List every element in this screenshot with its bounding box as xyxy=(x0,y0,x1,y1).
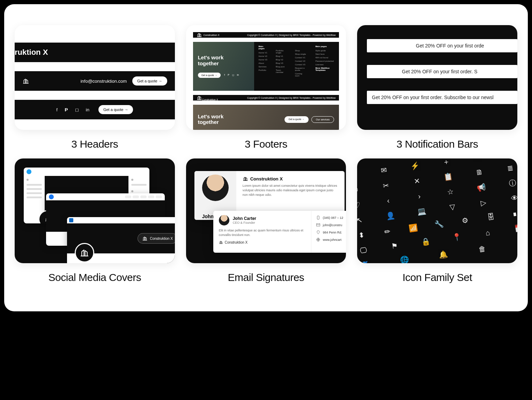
footer-link[interactable]: Blog post xyxy=(276,66,287,68)
linkedin-window: Construktion X xyxy=(67,217,175,263)
footer-link[interactable]: Services xyxy=(258,66,267,68)
card-title: Icon Family Set xyxy=(402,272,472,283)
copyright-text: Copyright © Construktion X | Designed by… xyxy=(247,97,335,99)
logo-icon xyxy=(197,95,202,101)
home-icon: ⌂ xyxy=(483,228,493,237)
footer-link[interactable]: Coming soon xyxy=(295,73,307,77)
clipboard-icon: 📋 xyxy=(444,172,453,182)
footer-link[interactable]: Portfolio single xyxy=(276,50,287,54)
footer-link[interactable]: Home V2 xyxy=(258,55,267,57)
footer-link[interactable]: Licenses xyxy=(315,64,335,66)
lock-icon: 🔒 xyxy=(421,237,430,246)
footer-col-head: Main pages xyxy=(258,45,267,50)
email-text: john@constru xyxy=(323,223,342,227)
footer-link[interactable]: Home V3 xyxy=(258,59,267,61)
logo-icon xyxy=(243,176,248,182)
footers-preview: Construktion X Copyright © Construktion … xyxy=(186,25,346,130)
footer-link[interactable]: Start here xyxy=(315,53,335,55)
footer-link[interactable]: More Webflow Templates xyxy=(315,67,335,71)
footer-link[interactable]: Blog V2 xyxy=(276,59,287,61)
notification-text: Get 20% OFF on your first orde xyxy=(416,43,484,49)
brand-text: Construktion X xyxy=(150,237,173,240)
footer-link[interactable]: Blog V3 xyxy=(276,62,287,64)
header-variant-2: info@construktion.com Get a quote → xyxy=(15,71,175,91)
notification-bar-1: Get 20% OFF on your first orde xyxy=(367,39,517,52)
filter-icon: ▽ xyxy=(448,202,457,212)
footer-link[interactable]: About xyxy=(258,62,267,64)
footer-bar-top: Construktion X Copyright © Construktion … xyxy=(193,32,339,38)
user-icon: 👤 xyxy=(386,211,395,220)
logo-icon xyxy=(219,240,223,244)
warning-icon: ⚠ xyxy=(517,239,517,248)
badge-icon: 🏅 xyxy=(361,261,370,263)
edit-icon: ✎ xyxy=(357,170,357,179)
brand-text: Construktion X xyxy=(250,176,283,182)
feature-social-covers: Construktion X Social Media Covers xyxy=(15,158,175,283)
gear-icon: ⚙ xyxy=(460,216,470,225)
card-title: Social Media Covers xyxy=(49,272,141,283)
linkedin-icon[interactable]: in xyxy=(86,107,89,112)
footer-link[interactable]: Request a quote xyxy=(295,67,307,71)
minus-icon: － xyxy=(473,158,482,162)
footer-link[interactable]: Shop xyxy=(295,50,307,52)
footer-link[interactable]: Team member xyxy=(276,69,287,73)
icon-family-preview: ✎ ✉ ⚡ ＋ － 📷 ⦾ ✂ ✕ 📋 🗎 ≣ ♡ ‹ › ☆ 📢 xyxy=(357,158,517,263)
logo-icon xyxy=(22,77,29,84)
footer-social: fP◻in xyxy=(224,74,239,76)
facebook-icon[interactable]: f xyxy=(56,107,58,112)
footer-col-head: Main pages xyxy=(315,45,335,47)
feature-headers: ruktion X info@construktion.com Get a qu… xyxy=(15,25,175,150)
header-email[interactable]: info@construktion.com xyxy=(81,79,127,84)
card-title: 3 Notification Bars xyxy=(397,138,478,150)
get-quote-button[interactable]: Get a quote → xyxy=(132,76,167,86)
get-quote-button[interactable]: Get a quote → xyxy=(285,116,309,123)
footer-link[interactable]: Portfolio xyxy=(258,69,267,71)
feature-icon-family: ✎ ✉ ⚡ ＋ － 📷 ⦾ ✂ ✕ 📋 🗎 ≣ ♡ ‹ › ☆ 📢 xyxy=(357,158,517,283)
email-icon xyxy=(316,223,320,227)
feature-notification-bars: Get 20% OFF on your first orde Get 20% O… xyxy=(357,25,517,150)
avatar-circle xyxy=(75,243,94,262)
brand-text: Construktion X xyxy=(204,34,220,36)
bars-icon: ∎∎ xyxy=(512,209,517,218)
card-title: Email Signatures xyxy=(228,272,304,283)
bolt-icon: ⚡ xyxy=(411,162,420,171)
get-quote-button[interactable]: Get a quote → xyxy=(98,105,133,114)
plus-icon: ＋ xyxy=(442,158,451,166)
copyright-text: Copyright © Construktion X | Designed by… xyxy=(247,34,335,36)
play-icon: ▷ xyxy=(479,198,488,207)
notification-text: Get 20% OFF on your first order. Subscri… xyxy=(372,95,494,100)
footer-link[interactable]: Shop single xyxy=(295,53,307,55)
header-variant-3: f 𝗣 ◻ in Get a quote → xyxy=(15,100,175,119)
footer-variant-main: Let's work together Get a quote → fP◻in … xyxy=(193,42,339,91)
flag-icon: ⚑ xyxy=(390,242,399,251)
phone-text: (345) 087 – 12 xyxy=(323,216,343,220)
web-text: www.johncart xyxy=(323,238,342,242)
footer-link[interactable]: 404 not found xyxy=(315,57,335,59)
footer-link[interactable]: Blog V1 xyxy=(276,55,287,57)
signature-name: John xyxy=(202,214,214,219)
footer-link[interactable]: Contact V2 xyxy=(295,60,307,62)
info-icon: ⓘ xyxy=(508,179,517,188)
header-variant-1: ruktion X xyxy=(15,43,175,62)
trash-icon: 🗑 xyxy=(478,245,487,254)
instagram-icon[interactable]: ◻ xyxy=(75,107,79,112)
heart-icon: ♡ xyxy=(357,200,362,209)
footer-link[interactable]: Password protected xyxy=(315,60,335,62)
footer-link[interactable]: Contact V3 xyxy=(295,64,307,66)
footer-heading: Let's work together xyxy=(198,55,250,66)
phone-icon xyxy=(316,216,320,220)
footer-link[interactable]: Style guide xyxy=(315,50,335,52)
signature-variant-2: John Carter CEO & Founder Elit in vitae … xyxy=(213,211,346,253)
pin-icon: 📍 xyxy=(452,233,461,242)
chevron-left-icon: ‹ xyxy=(384,196,393,205)
get-quote-button[interactable]: Get a quote → xyxy=(198,73,221,78)
wrench-icon: 🔧 xyxy=(435,220,444,229)
footer-heading: Let's work together xyxy=(198,114,224,125)
arrow-upleft-icon: ↖ xyxy=(357,216,364,225)
our-services-button[interactable]: Our services xyxy=(311,116,334,123)
chart-icon: ⬍ xyxy=(357,231,366,240)
footer-link[interactable]: Home V1 xyxy=(258,52,267,54)
pinterest-icon[interactable]: 𝗣 xyxy=(65,107,68,112)
logo-icon xyxy=(197,32,202,38)
footer-link[interactable]: Contact V1 xyxy=(295,57,307,59)
